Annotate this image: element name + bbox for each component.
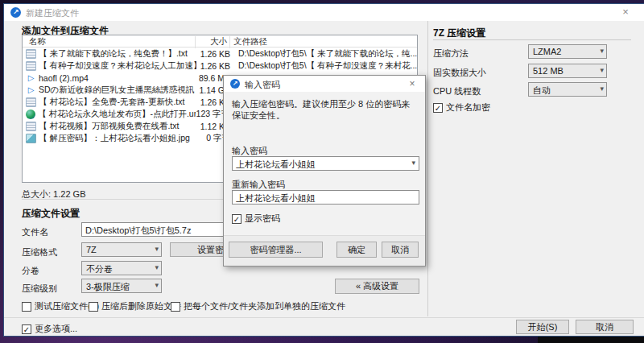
bottom-divider bbox=[4, 317, 644, 318]
txt-file-icon bbox=[26, 122, 36, 131]
checkbox-icon: ✓ bbox=[22, 324, 31, 334]
dialog-title-bar: ↗ 输入密码 × bbox=[224, 76, 425, 92]
archive-settings-heading: 压缩文件设置 bbox=[22, 207, 80, 221]
format-label: 压缩格式 bbox=[22, 246, 57, 258]
volume-dropdown[interactable]: 不分卷 ▾ bbox=[81, 261, 162, 275]
solid-size-value: 512 MB bbox=[533, 66, 564, 76]
checkbox-label: 显示密码 bbox=[245, 213, 280, 225]
test-archive-checkbox[interactable]: 测试压缩文件(T) bbox=[22, 300, 99, 312]
method-dropdown[interactable]: LZMA2 ▾ bbox=[528, 44, 607, 59]
checkbox-icon: ✓ bbox=[232, 214, 242, 224]
file-name: 【 来了就能下载的论坛，纯免费！】.txt bbox=[39, 48, 196, 60]
heading-underline bbox=[433, 39, 631, 40]
column-header-name[interactable]: 名称 bbox=[29, 36, 46, 48]
advanced-settings-button[interactable]: « 高级设置 bbox=[335, 279, 419, 294]
chevron-down-icon: ▾ bbox=[600, 66, 604, 74]
delete-after-checkbox[interactable]: 压缩后删除原始文件 bbox=[89, 300, 181, 312]
close-icon[interactable]: × bbox=[406, 77, 419, 90]
method-label: 压缩方法 bbox=[433, 48, 469, 60]
url-file-icon bbox=[26, 110, 35, 119]
image-file-icon bbox=[26, 134, 36, 143]
txt-file-icon bbox=[26, 49, 36, 59]
txt-file-icon bbox=[26, 97, 36, 107]
checkbox-label: 把每个文件/文件夹添加到单独的压缩文件 bbox=[184, 300, 345, 312]
table-row[interactable]: 【 来了就能下载的论坛，纯免费！】.txt1.26 KBD:\Desktop\打… bbox=[23, 48, 417, 60]
password-input[interactable]: 上村花论坛看小姐姐 ▾ bbox=[232, 156, 419, 171]
dialog-cancel-button[interactable]: 取消 bbox=[382, 242, 419, 258]
taskbar-fragment bbox=[538, 336, 644, 343]
show-password-checkbox[interactable]: ✓ 显示密码 bbox=[232, 213, 280, 225]
file-name: 【 解压密码】：上村花论坛看小姐姐.jpg bbox=[39, 133, 196, 144]
checkbox-icon: ✓ bbox=[433, 103, 443, 113]
separate-archives-checkbox[interactable]: 把每个文件/文件夹添加到单独的压缩文件 bbox=[171, 300, 345, 312]
column-divider bbox=[229, 36, 230, 48]
cpu-threads-label: CPU 线程数 bbox=[433, 85, 481, 97]
volume-label: 分卷 bbox=[22, 265, 39, 277]
video-file-icon: ▷ bbox=[26, 73, 36, 83]
password-manager-button[interactable]: 密码管理器... bbox=[229, 242, 323, 258]
level-value: 3-极限压缩 bbox=[86, 282, 130, 291]
file-path: D:\Desktop\打包5\【 有种子却没速度？来村花... bbox=[230, 60, 417, 72]
checkbox-icon bbox=[171, 302, 180, 312]
start-button[interactable]: 开始(S) bbox=[516, 320, 569, 334]
checkbox-label: 压缩后删除原始文件 bbox=[101, 300, 181, 312]
panel-divider bbox=[427, 21, 428, 316]
column-divider bbox=[195, 36, 196, 48]
volume-value: 不分卷 bbox=[86, 264, 113, 274]
close-icon[interactable]: × bbox=[618, 6, 633, 19]
filename-label: 文件名 bbox=[22, 226, 48, 238]
file-size: 1.26 KB bbox=[196, 61, 230, 71]
more-options-checkbox[interactable]: ✓ 更多选项... bbox=[22, 323, 77, 335]
dialog-description: 输入压缩包密码。建议使用至少 8 位的密码来保证安全性。 bbox=[232, 98, 419, 121]
chevron-down-icon: ▾ bbox=[600, 47, 604, 55]
chevron-down-icon: ▾ bbox=[600, 85, 604, 93]
file-name: 【 有种子却没速度？来村花论坛人工加速】.txt bbox=[39, 60, 196, 72]
solid-size-label: 固实数据大小 bbox=[433, 67, 486, 79]
file-name: SDの新近收錄的巨乳女主播黑絲誘惑視訊 無毛... bbox=[39, 85, 196, 96]
column-header-size[interactable]: 大小 bbox=[159, 36, 227, 48]
table-row[interactable]: 【 有种子却没速度？来村花论坛人工加速】.txt1.26 KBD:\Deskto… bbox=[23, 60, 417, 72]
column-header-path[interactable]: 文件路径 bbox=[233, 36, 267, 48]
cpu-threads-value: 自动 bbox=[533, 85, 551, 95]
file-size: 1.26 KB bbox=[196, 49, 230, 59]
checkbox-label: 更多选项... bbox=[35, 323, 77, 335]
checkbox-icon bbox=[89, 302, 98, 312]
confirm-password-input[interactable]: 上村花论坛看小姐姐 bbox=[232, 190, 419, 205]
cpu-threads-dropdown[interactable]: 自动 ▾ bbox=[528, 82, 607, 97]
video-file-icon: ▷ bbox=[26, 85, 36, 95]
format-dropdown[interactable]: 7Z ▾ bbox=[81, 242, 162, 257]
file-path: D:\Desktop\打包5\【 来了就能下载的论坛，纯... bbox=[230, 48, 417, 60]
checkbox-icon bbox=[22, 302, 31, 312]
encrypt-filenames-checkbox[interactable]: ✓ 文件名加密 bbox=[433, 101, 490, 114]
checkbox-label: 文件名加密 bbox=[446, 101, 490, 114]
confirm-password-label: 重新输入密码 bbox=[232, 179, 285, 191]
window-title: 新建压缩文件 bbox=[26, 7, 79, 19]
file-list-header: 名称 大小 文件路径 bbox=[23, 35, 417, 48]
ok-button[interactable]: 确定 bbox=[336, 242, 377, 258]
file-name: 【 村花论坛永久地址发布页】-点此打开.url bbox=[38, 109, 196, 120]
desktop: ↗ 新建压缩文件 × 添加文件到压缩文件 名称 大小 文件路径 【 来了就能下载… bbox=[0, 0, 644, 343]
level-dropdown[interactable]: 3-极限压缩 ▾ bbox=[81, 279, 162, 293]
dialog-title: 输入密码 bbox=[245, 79, 280, 91]
title-bar: ↗ 新建压缩文件 × bbox=[4, 4, 644, 21]
file-name: 【 村花论坛】全免费-无套路-更新快.txt bbox=[39, 97, 196, 108]
chevron-down-icon: ▾ bbox=[155, 281, 159, 289]
solid-size-dropdown[interactable]: 512 MB ▾ bbox=[528, 64, 607, 78]
chevron-down-icon[interactable]: ▾ bbox=[411, 159, 415, 167]
level-label: 压缩级别 bbox=[22, 283, 57, 295]
chevron-down-icon: ▾ bbox=[155, 245, 159, 253]
password-dialog: ↗ 输入密码 × 输入压缩包密码。建议使用至少 8 位的密码来保证安全性。 输入… bbox=[223, 75, 426, 267]
cancel-button[interactable]: 取消 bbox=[576, 320, 634, 334]
app-icon: ↗ bbox=[10, 7, 21, 18]
password-value: 上村花论坛看小姐姐 bbox=[236, 159, 316, 169]
sevenzip-settings-heading: 7Z 压缩设置 bbox=[433, 27, 485, 40]
app-icon: ↗ bbox=[230, 79, 240, 89]
method-value: LZMA2 bbox=[533, 47, 561, 56]
chevron-down-icon: ▾ bbox=[155, 263, 159, 271]
format-value: 7Z bbox=[86, 245, 97, 254]
password-label: 输入密码 bbox=[232, 145, 267, 157]
file-name: 【 村花视频】万部视频免费在线看.txt bbox=[39, 121, 196, 132]
txt-file-icon bbox=[26, 61, 36, 71]
file-name: haofl (2).mp4 bbox=[39, 73, 196, 83]
